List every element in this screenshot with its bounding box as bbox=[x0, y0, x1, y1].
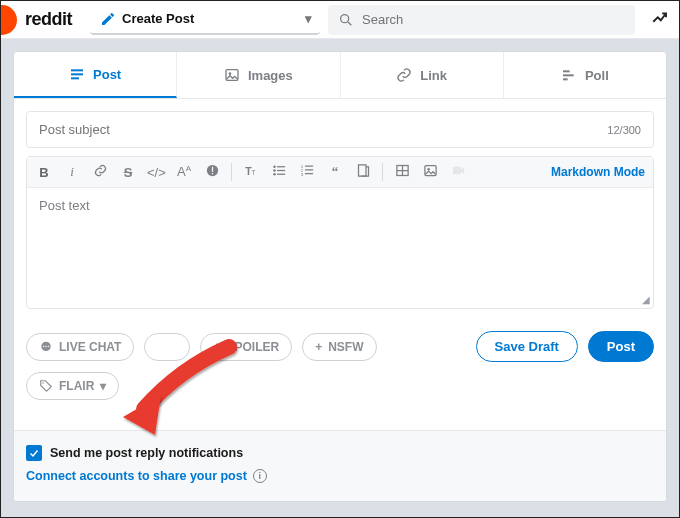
subject-char-count: 12/300 bbox=[607, 124, 641, 136]
number-list-button[interactable]: 123 bbox=[298, 163, 316, 181]
search-input[interactable] bbox=[362, 12, 625, 27]
svg-point-36 bbox=[45, 345, 46, 346]
plus-icon: + bbox=[213, 340, 220, 354]
svg-point-32 bbox=[427, 168, 430, 171]
codeblock-button[interactable] bbox=[354, 163, 372, 181]
svg-point-19 bbox=[273, 173, 276, 176]
info-icon: i bbox=[253, 469, 267, 483]
body-textarea[interactable]: Post text bbox=[27, 188, 653, 308]
poll-icon bbox=[561, 67, 577, 83]
table-button[interactable] bbox=[393, 163, 411, 181]
checkbox-checked-icon[interactable] bbox=[26, 445, 42, 461]
post-icon bbox=[69, 66, 85, 82]
plus-icon: + bbox=[315, 340, 322, 354]
chevron-down-icon: ▾ bbox=[100, 379, 106, 393]
link-icon bbox=[396, 67, 412, 83]
svg-point-17 bbox=[273, 169, 276, 172]
svg-rect-12 bbox=[211, 173, 212, 174]
quote-button[interactable]: “ bbox=[326, 164, 344, 180]
spoiler-icon-button[interactable] bbox=[203, 163, 221, 181]
tab-images[interactable]: Images bbox=[177, 52, 340, 98]
tab-poll[interactable]: Poll bbox=[504, 52, 666, 98]
svg-point-6 bbox=[229, 72, 232, 75]
svg-rect-11 bbox=[211, 167, 212, 172]
create-post-label: Create Post bbox=[122, 11, 194, 26]
video-button[interactable] bbox=[449, 163, 467, 181]
search-box[interactable] bbox=[328, 5, 635, 35]
svg-rect-2 bbox=[71, 69, 83, 71]
compose-card: Post Images Link Poll 12/300 bbox=[13, 51, 667, 502]
notify-checkbox-row[interactable]: Send me post reply notifications bbox=[26, 445, 654, 461]
compose-footer: Send me post reply notifications Connect… bbox=[14, 430, 666, 501]
svg-point-15 bbox=[273, 166, 276, 169]
italic-button[interactable]: i bbox=[63, 164, 81, 180]
svg-rect-8 bbox=[563, 74, 574, 76]
tag-options-row: LIVE CHAT ... + SPOILER + NSFW Save Draf… bbox=[26, 331, 654, 362]
tab-post[interactable]: Post bbox=[14, 52, 177, 98]
subject-input[interactable] bbox=[39, 122, 607, 137]
chevron-down-icon: ▾ bbox=[305, 11, 312, 26]
spoiler-pill[interactable]: + SPOILER bbox=[200, 333, 292, 361]
link-button[interactable] bbox=[91, 163, 109, 181]
brand-name: reddit bbox=[25, 9, 72, 30]
svg-rect-18 bbox=[277, 170, 285, 171]
svg-rect-24 bbox=[305, 169, 313, 170]
bullet-list-button[interactable] bbox=[270, 163, 288, 181]
svg-line-1 bbox=[348, 22, 351, 25]
image-icon bbox=[224, 67, 240, 83]
svg-rect-4 bbox=[71, 77, 79, 79]
markdown-toggle[interactable]: Markdown Mode bbox=[551, 165, 645, 179]
post-button[interactable]: Post bbox=[588, 331, 654, 362]
page-body: Post Images Link Poll 12/300 bbox=[1, 39, 679, 518]
code-button[interactable]: </> bbox=[147, 165, 165, 180]
hidden-pill[interactable]: ... bbox=[144, 333, 190, 361]
post-type-tabs: Post Images Link Poll bbox=[14, 52, 666, 99]
trending-icon[interactable] bbox=[651, 9, 669, 30]
flair-row: FLAIR ▾ bbox=[26, 372, 654, 400]
nsfw-pill[interactable]: + NSFW bbox=[302, 333, 376, 361]
subject-field[interactable]: 12/300 bbox=[26, 111, 654, 148]
svg-text:3: 3 bbox=[300, 172, 303, 177]
strike-button[interactable]: S bbox=[119, 165, 137, 180]
svg-rect-20 bbox=[277, 174, 285, 175]
community-selector[interactable]: Create Post ▾ bbox=[90, 5, 320, 35]
pencil-icon bbox=[100, 11, 116, 27]
svg-rect-9 bbox=[563, 78, 568, 80]
svg-rect-3 bbox=[71, 73, 83, 75]
svg-point-35 bbox=[43, 345, 44, 346]
flair-pill[interactable]: FLAIR ▾ bbox=[26, 372, 119, 400]
reddit-logo-icon bbox=[1, 5, 17, 35]
save-draft-button[interactable]: Save Draft bbox=[476, 331, 578, 362]
svg-point-38 bbox=[42, 382, 44, 384]
svg-text:T: T bbox=[252, 168, 256, 175]
svg-point-37 bbox=[48, 345, 49, 346]
connect-accounts-link[interactable]: Connect accounts to share your post i bbox=[26, 469, 654, 483]
live-chat-pill[interactable]: LIVE CHAT bbox=[26, 333, 134, 361]
top-bar: reddit Create Post ▾ bbox=[1, 1, 679, 39]
search-icon bbox=[338, 12, 354, 28]
svg-rect-7 bbox=[563, 70, 570, 72]
chat-icon bbox=[39, 340, 53, 354]
svg-rect-16 bbox=[277, 166, 285, 167]
superscript-button[interactable]: AA bbox=[175, 164, 193, 179]
svg-point-0 bbox=[341, 14, 349, 22]
svg-rect-22 bbox=[305, 166, 313, 167]
editor-toolbar: B i S </> AA TT 123 “ bbox=[27, 157, 653, 188]
tab-link[interactable]: Link bbox=[341, 52, 504, 98]
heading-button[interactable]: TT bbox=[242, 164, 260, 181]
notify-label: Send me post reply notifications bbox=[50, 446, 243, 460]
bold-button[interactable]: B bbox=[35, 165, 53, 180]
svg-rect-27 bbox=[358, 165, 366, 176]
tag-icon bbox=[39, 379, 53, 393]
svg-rect-26 bbox=[305, 173, 313, 174]
image-button[interactable] bbox=[421, 163, 439, 181]
svg-rect-33 bbox=[452, 167, 460, 175]
editor: B i S </> AA TT 123 “ bbox=[26, 156, 654, 309]
